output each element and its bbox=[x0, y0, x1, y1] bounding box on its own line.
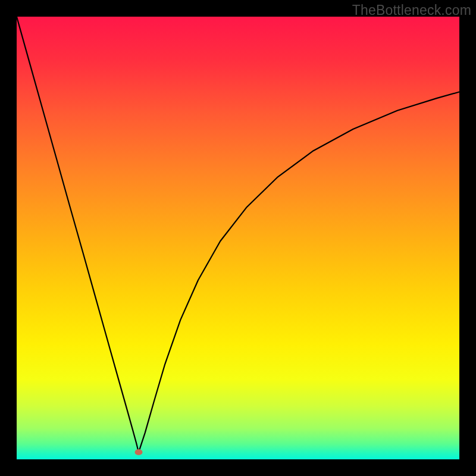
plot-frame bbox=[17, 17, 459, 459]
background-gradient bbox=[17, 17, 459, 459]
watermark-text: TheBottleneck.com bbox=[352, 2, 471, 18]
svg-rect-0 bbox=[17, 17, 459, 459]
minimum-marker bbox=[134, 449, 142, 455]
